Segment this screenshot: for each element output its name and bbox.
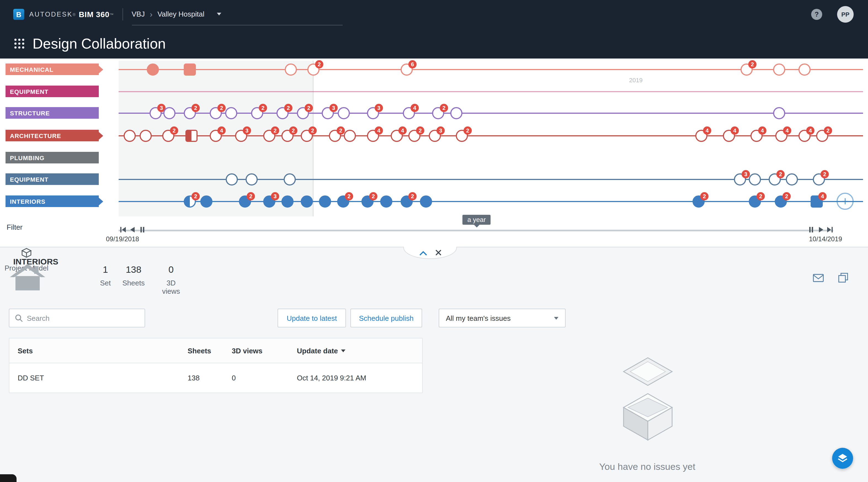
package-node-equipment-2[interactable] bbox=[226, 173, 238, 185]
table-row[interactable]: DD SET1380Oct 14, 2019 9:21 AM bbox=[9, 363, 422, 393]
package-node-structure[interactable]: 2 bbox=[251, 107, 263, 119]
package-node-structure[interactable]: 3 bbox=[322, 107, 334, 119]
package-node-interiors[interactable] bbox=[420, 195, 432, 208]
sidebar-item-architecture-3[interactable]: ARCHITECTURE bbox=[5, 130, 99, 141]
package-node-interiors[interactable]: 2 bbox=[184, 195, 196, 208]
package-node-architecture[interactable]: 3 bbox=[429, 130, 441, 142]
package-node-structure[interactable]: 2 bbox=[297, 107, 309, 119]
package-node-structure[interactable]: 2 bbox=[210, 107, 222, 119]
package-node-equipment-2[interactable] bbox=[284, 173, 296, 185]
package-node-architecture[interactable] bbox=[344, 130, 356, 142]
package-node-architecture[interactable]: 4 bbox=[391, 130, 403, 142]
package-node-equipment-2[interactable] bbox=[246, 173, 258, 185]
package-node-structure[interactable] bbox=[225, 107, 237, 119]
breadcrumb-project[interactable]: Valley Hospital bbox=[158, 10, 205, 18]
scrubber-step-back-icon[interactable] bbox=[128, 225, 136, 234]
package-node-architecture[interactable]: 2 bbox=[816, 130, 828, 142]
package-node-mechanical[interactable]: 2 bbox=[307, 63, 319, 76]
close-panel-button[interactable] bbox=[435, 248, 441, 258]
package-node-structure[interactable] bbox=[450, 107, 462, 119]
package-node-interiors[interactable] bbox=[380, 195, 392, 208]
column-header-update-date[interactable]: Update date bbox=[288, 347, 422, 355]
schedule-publish-button[interactable]: Schedule publish bbox=[350, 309, 422, 327]
package-node-interiors[interactable]: 2 bbox=[337, 195, 349, 208]
package-node-mechanical[interactable] bbox=[147, 63, 159, 76]
package-node-interiors[interactable] bbox=[319, 195, 331, 208]
package-node-interiors[interactable] bbox=[281, 195, 293, 208]
chat-button[interactable] bbox=[832, 448, 853, 469]
package-node-interiors[interactable]: 3 bbox=[263, 195, 275, 208]
package-node-structure[interactable]: 4 bbox=[403, 107, 415, 119]
package-node-structure[interactable] bbox=[163, 107, 176, 119]
package-node-architecture[interactable]: 4 bbox=[367, 130, 379, 142]
package-node-architecture[interactable]: 2 bbox=[456, 130, 468, 142]
package-node-interiors[interactable] bbox=[301, 195, 313, 208]
sidebar-item-mechanical-0[interactable]: MECHANICAL bbox=[5, 63, 99, 75]
package-node-architecture[interactable]: 2 bbox=[408, 130, 421, 142]
app-switcher-icon[interactable] bbox=[14, 39, 24, 49]
scrubber-step-forward-icon[interactable] bbox=[817, 225, 825, 234]
timeline-scrubber-track[interactable] bbox=[119, 230, 833, 231]
package-node-architecture[interactable] bbox=[185, 130, 197, 142]
package-node-architecture[interactable]: 4 bbox=[210, 130, 222, 142]
update-to-latest-button[interactable]: Update to latest bbox=[278, 309, 346, 327]
package-node-interiors[interactable]: 2 bbox=[401, 195, 413, 208]
sidebar-item-equipment-1[interactable]: EQUIPMENT bbox=[5, 86, 99, 97]
package-node-mechanical[interactable] bbox=[799, 63, 811, 76]
issues-filter-dropdown[interactable]: All my team's issues bbox=[439, 309, 566, 327]
package-node-interiors[interactable]: 2 bbox=[692, 195, 705, 208]
scrubber-skip-end-icon[interactable] bbox=[826, 225, 834, 234]
package-node-architecture[interactable] bbox=[140, 130, 152, 142]
package-node-interiors[interactable]: 4 bbox=[811, 195, 823, 208]
package-node-interiors[interactable]: 2 bbox=[362, 195, 374, 208]
scrubber-skip-start-icon[interactable] bbox=[119, 225, 127, 234]
export-sheets-button[interactable] bbox=[836, 271, 850, 285]
package-node-mechanical[interactable] bbox=[285, 63, 297, 76]
package-node-interiors[interactable] bbox=[200, 195, 212, 208]
package-node-architecture[interactable]: 4 bbox=[723, 130, 735, 142]
package-node-equipment-2[interactable]: 3 bbox=[734, 173, 746, 185]
package-node-architecture[interactable]: 2 bbox=[263, 130, 275, 142]
package-node-architecture[interactable]: 4 bbox=[775, 130, 787, 142]
package-node-structure[interactable]: 2 bbox=[432, 107, 444, 119]
email-button[interactable] bbox=[811, 271, 826, 285]
package-node-structure[interactable]: 3 bbox=[150, 107, 162, 119]
package-node-mechanical[interactable] bbox=[184, 63, 196, 76]
package-node-architecture[interactable]: 2 bbox=[281, 130, 293, 142]
package-node-architecture[interactable]: 4 bbox=[695, 130, 707, 142]
scrubber-handle-right[interactable] bbox=[807, 225, 815, 234]
sidebar-item-structure-2[interactable]: STRUCTURE bbox=[5, 107, 99, 119]
package-node-architecture[interactable]: 2 bbox=[329, 130, 341, 142]
search-box[interactable] bbox=[9, 309, 145, 327]
package-node-architecture[interactable] bbox=[124, 130, 136, 142]
help-button[interactable]: ? bbox=[811, 9, 822, 20]
package-node-mechanical[interactable]: 2 bbox=[741, 63, 753, 76]
sidebar-item-interiors-6[interactable]: INTERIORS bbox=[5, 195, 99, 207]
package-node-equipment-2[interactable]: 2 bbox=[813, 173, 825, 185]
sidebar-item-plumbing-4[interactable]: PLUMBING bbox=[5, 152, 99, 163]
package-node-equipment-2[interactable] bbox=[749, 173, 761, 185]
package-node-architecture[interactable]: 3 bbox=[235, 130, 247, 142]
package-node-structure[interactable]: 3 bbox=[367, 107, 379, 119]
package-node-structure[interactable] bbox=[338, 107, 350, 119]
package-node-interiors[interactable]: 2 bbox=[749, 195, 761, 208]
package-node-mechanical[interactable] bbox=[773, 63, 785, 76]
scrubber-handle-left[interactable] bbox=[138, 225, 146, 234]
package-node-architecture[interactable]: 2 bbox=[162, 130, 174, 142]
package-node-mechanical[interactable]: 6 bbox=[401, 63, 413, 76]
package-node-structure[interactable] bbox=[773, 107, 785, 119]
search-input[interactable] bbox=[27, 314, 139, 322]
filter-link[interactable]: Filter bbox=[7, 223, 23, 231]
package-node-architecture[interactable]: 2 bbox=[301, 130, 313, 142]
project-dropdown-caret-icon[interactable] bbox=[217, 13, 222, 16]
package-node-interiors[interactable]: 2 bbox=[239, 195, 251, 208]
package-node-structure[interactable]: 2 bbox=[184, 107, 196, 119]
sidebar-item-equipment-5[interactable]: EQUIPMENT bbox=[5, 173, 99, 185]
package-node-equipment-2[interactable]: 2 bbox=[769, 173, 781, 185]
collapse-chevron-up-button[interactable] bbox=[419, 248, 427, 258]
avatar[interactable]: PP bbox=[837, 6, 854, 23]
package-node-equipment-2[interactable] bbox=[786, 173, 798, 185]
package-node-architecture[interactable]: 4 bbox=[750, 130, 763, 142]
breadcrumb-hub[interactable]: VBJ bbox=[132, 10, 145, 18]
package-node-structure[interactable]: 2 bbox=[276, 107, 288, 119]
